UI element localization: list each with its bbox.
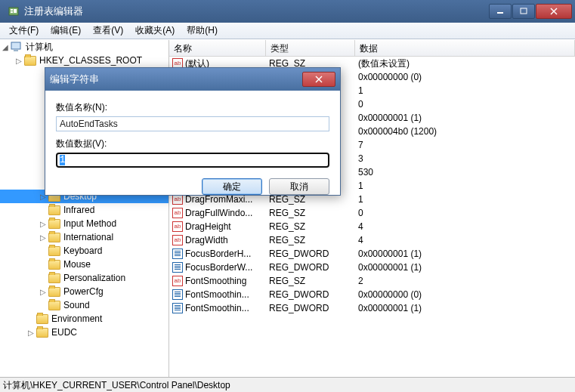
cell-data: 0x00000000 (0) [355, 72, 575, 82]
table-row[interactable]: FocusBorderH...REG_DWORD0x00000001 (1) [169, 247, 575, 261]
dialog-close-button[interactable] [302, 72, 335, 87]
ok-button[interactable]: 确定 [202, 178, 262, 195]
window-title: 注册表编辑器 [24, 5, 489, 18]
binary-value-icon [172, 303, 183, 313]
table-row[interactable]: DragFullWindo...REG_SZ0 [169, 206, 575, 220]
tree-item-label: EUDC [51, 327, 77, 338]
tree-item-label: Mouse [63, 259, 91, 270]
tree-item-label: Keyboard [63, 245, 102, 256]
dialog-body: 数值名称(N): 数值数据(V): 确定 取消 [45, 91, 340, 202]
cell-data: 0x00000001 (1) [355, 303, 575, 313]
tree-item[interactable]: Environment [0, 312, 168, 326]
value-data-input[interactable] [56, 153, 329, 168]
window-buttons [489, 4, 572, 19]
cell-data: 0x00000001 (1) [355, 262, 575, 273]
tree-root[interactable]: ◢计算机 [0, 40, 168, 54]
menu-view[interactable]: 查看(V) [87, 23, 129, 39]
tree-item[interactable]: ▷International [0, 230, 168, 244]
folder-icon [48, 273, 60, 283]
string-value-icon [172, 208, 183, 218]
dialog-titlebar[interactable]: 编辑字符串 [45, 68, 340, 91]
cell-name: FontSmoothin... [169, 303, 266, 313]
expander-icon[interactable]: ▷ [15, 57, 23, 65]
string-value-icon [172, 221, 183, 232]
tree-item[interactable]: Mouse [0, 258, 168, 271]
tree-item-label: HKEY_CLASSES_ROOT [39, 55, 142, 66]
binary-value-icon [172, 289, 183, 300]
tree-item[interactable]: ▷EUDC [0, 326, 168, 339]
cell-name: DragWidth [169, 235, 266, 245]
cell-name: FontSmoothing [169, 276, 266, 286]
close-button[interactable] [536, 4, 572, 19]
list-header: 名称 类型 数据 [169, 40, 575, 57]
cell-data: 1 [355, 85, 575, 96]
expander-icon[interactable]: ▷ [27, 329, 35, 337]
menubar: 文件(F) 编辑(E) 查看(V) 收藏夹(A) 帮助(H) [0, 23, 575, 39]
folder-icon [36, 328, 48, 338]
table-row[interactable]: FontSmoothin...REG_DWORD0x00000001 (1) [169, 301, 575, 315]
binary-value-icon [172, 248, 183, 259]
folder-icon [24, 56, 36, 66]
cell-data: 0x00000001 (1) [355, 113, 575, 123]
cell-name: FocusBorderW... [169, 262, 266, 273]
tree-item-label: Infrared [63, 205, 94, 215]
menu-help[interactable]: 帮助(H) [181, 23, 224, 39]
tree-item-label: Input Method [63, 218, 116, 229]
svg-rect-1 [11, 9, 13, 11]
folder-icon [48, 287, 60, 297]
computer-icon [11, 42, 23, 52]
cell-data: 0x000004b0 (1200) [355, 126, 575, 137]
cell-data: 4 [355, 235, 575, 245]
menu-file[interactable]: 文件(F) [3, 23, 45, 39]
cell-data: 0x00000000 (0) [355, 289, 575, 300]
value-name-label: 数值名称(N): [56, 101, 329, 114]
table-row[interactable]: FocusBorderW...REG_DWORD0x00000001 (1) [169, 261, 575, 274]
expander-icon[interactable]: ▷ [39, 288, 47, 296]
tree-item[interactable]: Personalization [0, 271, 168, 285]
table-row[interactable]: FontSmoothingREG_SZ2 [169, 274, 575, 288]
svg-rect-8 [11, 42, 20, 49]
col-type[interactable]: 类型 [266, 40, 355, 56]
cell-type: REG_DWORD [266, 262, 355, 273]
tree-item-label: Sound [63, 300, 90, 310]
svg-rect-3 [14, 9, 17, 13]
cell-data: 2 [355, 276, 575, 286]
col-data[interactable]: 数据 [355, 40, 575, 56]
cell-name: FocusBorderH... [169, 248, 266, 259]
cell-type: REG_DWORD [266, 248, 355, 259]
menu-favorites[interactable]: 收藏夹(A) [129, 23, 181, 39]
expander-icon[interactable]: ▷ [39, 220, 47, 228]
cell-type: REG_DWORD [266, 289, 355, 300]
tree-item[interactable]: ▷HKEY_CLASSES_ROOT [0, 54, 168, 67]
tree-item-label: Personalization [63, 273, 125, 283]
table-row[interactable]: FontSmoothin...REG_DWORD0x00000000 (0) [169, 288, 575, 301]
maximize-button[interactable] [512, 4, 535, 19]
table-row[interactable]: DragHeightREG_SZ4 [169, 220, 575, 233]
app-icon [8, 5, 20, 17]
menu-edit[interactable]: 编辑(E) [45, 23, 87, 39]
cell-data: 7 [355, 140, 575, 150]
cell-data: (数值未设置) [355, 57, 575, 70]
statusbar: 计算机\HKEY_CURRENT_USER\Control Panel\Desk… [0, 377, 575, 392]
cancel-button[interactable]: 取消 [269, 178, 329, 195]
dialog-title: 编辑字符串 [50, 73, 99, 86]
tree-item[interactable]: ▷PowerCfg [0, 285, 168, 298]
tree-item[interactable]: Keyboard [0, 244, 168, 258]
svg-rect-5 [521, 8, 527, 14]
minimize-button[interactable] [489, 4, 512, 19]
col-name[interactable]: 名称 [169, 40, 266, 56]
cell-data: 4 [355, 221, 575, 232]
tree-item[interactable]: Infrared [0, 203, 168, 217]
tree-item[interactable]: Sound [0, 298, 168, 312]
tree-item[interactable]: ▷Input Method [0, 217, 168, 230]
binary-value-icon [172, 262, 183, 273]
cell-data: 530 [355, 167, 575, 177]
table-row[interactable]: DragWidthREG_SZ4 [169, 233, 575, 247]
expander-icon[interactable]: ▷ [39, 233, 47, 242]
cell-name: DragFullWindo... [169, 208, 266, 218]
tree-root-label: 计算机 [26, 41, 53, 54]
string-value-icon [172, 235, 183, 245]
cell-data: 0x00000001 (1) [355, 248, 575, 259]
value-name-input [56, 116, 329, 131]
string-value-icon [172, 276, 183, 286]
